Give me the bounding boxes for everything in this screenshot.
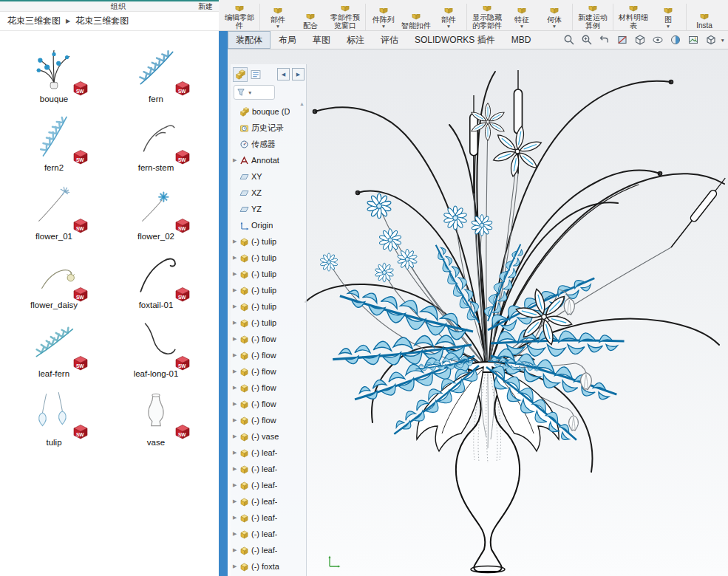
tree-item-component[interactable]: ▶ (-) foxta	[231, 558, 306, 575]
ribbon-mate-button[interactable]: 配合	[294, 14, 327, 30]
expand-arrow-icon[interactable]: ▶	[233, 336, 239, 342]
ribbon-assembly-features-button[interactable]: 特征 ▼	[506, 8, 538, 30]
hide-show-items-icon[interactable]	[652, 34, 664, 47]
panel-forward-button[interactable]: ▶	[292, 68, 305, 80]
ribbon-component-preview-button[interactable]: 零部件预览窗口	[327, 6, 364, 30]
tree-item-component[interactable]: ▶ (-) tulip	[231, 266, 306, 282]
tree-root-item[interactable]: bouque (D	[231, 103, 306, 120]
tree-item-component[interactable]: ▶ (-) leaf-	[231, 493, 306, 510]
tree-item-origin[interactable]: Origin	[231, 217, 306, 233]
dropdown-arrow-icon[interactable]: ▼	[520, 24, 524, 30]
tree-item-plane-yz[interactable]: YZ	[231, 201, 306, 217]
view-orientation-icon[interactable]	[705, 34, 718, 47]
tree-item-component[interactable]: ▶ (-) leaf-	[231, 445, 306, 461]
previous-view-icon[interactable]	[599, 34, 611, 47]
tree-item-sensors[interactable]: 传感器	[231, 136, 306, 152]
tree-item-component[interactable]: ▶ (-) tulip	[231, 233, 306, 250]
dropdown-arrow-icon[interactable]: ▼	[666, 24, 670, 30]
ribbon-show-hidden-components-button[interactable]: 显示隐藏的零部件	[469, 6, 506, 30]
ribbon-instant3d-button[interactable]: Insta	[688, 14, 721, 30]
tree-item-component[interactable]: ▶ (-) flow	[231, 363, 306, 380]
tree-item-component[interactable]: ▶ (-) leaf-	[231, 542, 306, 558]
tree-item-component[interactable]: ▶ (-) flow	[231, 412, 306, 428]
tab-sketch[interactable]: 草图	[305, 31, 339, 49]
file-item[interactable]: fern-stem	[108, 110, 204, 179]
file-item[interactable]: foxtail-01	[108, 247, 204, 316]
tree-item-component[interactable]: ▶ (-) tulip	[231, 250, 306, 266]
tree-item-annotations[interactable]: ▶ Annotat	[231, 152, 306, 168]
dropdown-arrow-icon[interactable]: ▼	[248, 90, 252, 95]
expand-arrow-icon[interactable]: ▶	[233, 271, 239, 277]
feature-tree-tab[interactable]	[234, 68, 247, 81]
scroll-up-icon[interactable]: ▲	[299, 101, 305, 106]
dropdown-arrow-icon[interactable]: ▼	[381, 24, 386, 30]
panel-back-button[interactable]: ◀	[277, 68, 290, 80]
file-item[interactable]: flower_02	[108, 179, 204, 247]
organize-menu[interactable]: 组织	[111, 1, 126, 12]
file-item[interactable]: leaf-fern	[6, 316, 102, 385]
breadcrumb-item[interactable]: 花束三维套图	[73, 13, 131, 29]
zoom-to-area-icon[interactable]	[581, 34, 593, 47]
expand-arrow-icon[interactable]: ▶	[233, 239, 239, 244]
tree-item-component[interactable]: ▶ (-) tulip	[231, 298, 306, 315]
expand-arrow-icon[interactable]: ▶	[233, 255, 239, 261]
tree-item-component[interactable]: ▶ (-) vase	[231, 428, 306, 445]
tree-item-component[interactable]: ▶ (-) tulip	[231, 315, 306, 331]
ribbon-bill-of-materials-button[interactable]: 材料明细表	[615, 6, 652, 30]
edit-appearance-icon[interactable]	[670, 34, 682, 47]
expand-arrow-icon[interactable]: ▶	[233, 157, 239, 163]
expand-arrow-icon[interactable]: ▶	[233, 563, 239, 569]
apply-scene-icon[interactable]	[687, 34, 700, 47]
dropdown-arrow-icon[interactable]: ▼	[276, 24, 280, 30]
tab-solidworks-addins[interactable]: SOLIDWORKS 插件	[406, 31, 503, 49]
tree-item-component[interactable]: ▶ (-) flow	[231, 380, 306, 396]
tree-item-component[interactable]: ▶ (-) flow	[231, 347, 306, 363]
ribbon-insert-component-button[interactable]: 部件 ▼	[262, 8, 294, 30]
tree-item-component[interactable]: ▶ (-) leaf-	[231, 526, 306, 542]
tree-item-component[interactable]: ▶ (-) flow	[231, 396, 306, 412]
tree-filter-field[interactable]: ▼	[234, 85, 275, 100]
expand-arrow-icon[interactable]: ▶	[233, 368, 239, 374]
zoom-to-fit-icon[interactable]	[563, 34, 576, 47]
expand-arrow-icon[interactable]: ▶	[233, 287, 239, 293]
tab-layout[interactable]: 布局	[271, 31, 305, 49]
expand-arrow-icon[interactable]: ▶	[233, 466, 239, 472]
section-view-icon[interactable]	[616, 34, 629, 47]
expand-arrow-icon[interactable]: ▶	[233, 401, 239, 407]
expand-arrow-icon[interactable]: ▶	[233, 433, 239, 439]
display-pane-tab[interactable]	[249, 68, 262, 81]
file-item[interactable]: vase	[108, 385, 204, 453]
file-item[interactable]: leaf-long-01	[108, 316, 204, 385]
expand-arrow-icon[interactable]: ▶	[233, 385, 239, 391]
tree-item-plane-xy[interactable]: XY	[231, 168, 306, 185]
expand-arrow-icon[interactable]: ▶	[233, 304, 239, 309]
file-item[interactable]: flower_daisy	[6, 247, 102, 316]
tree-item-history[interactable]: 历史记录	[231, 120, 306, 136]
expand-arrow-icon[interactable]: ▶	[233, 320, 239, 326]
expand-arrow-icon[interactable]: ▶	[233, 531, 239, 537]
tree-item-component[interactable]: ▶ (-) leaf-	[231, 510, 306, 526]
expand-arrow-icon[interactable]: ▶	[233, 482, 239, 488]
ribbon-move-component-button[interactable]: 部件 ▼	[432, 8, 465, 30]
expand-arrow-icon[interactable]: ▶	[233, 547, 239, 553]
ribbon-exploded-view-button[interactable]: 图 ▼	[652, 8, 684, 30]
display-style-icon[interactable]	[634, 34, 647, 47]
graphics-viewport[interactable]: ◀ ▶ ▼ ▲ bouque (D 历史记录 传感器	[228, 49, 728, 576]
ribbon-smart-fasteners-button[interactable]: 智能扣件	[400, 14, 432, 30]
file-item[interactable]: bouque	[6, 41, 102, 110]
tree-item-component[interactable]: ▶ (-) leaf-	[231, 461, 306, 477]
tree-item-plane-xz[interactable]: XZ	[231, 185, 306, 201]
tree-item-component[interactable]: ▶ (-) flow	[231, 331, 306, 347]
ribbon-new-motion-study-button[interactable]: 新建运动算例	[574, 6, 611, 30]
expand-arrow-icon[interactable]: ▶	[233, 515, 239, 521]
tab-mbd[interactable]: MBD	[503, 31, 540, 49]
expand-arrow-icon[interactable]: ▶	[233, 450, 239, 456]
tab-assembly[interactable]: 装配体	[228, 31, 271, 49]
expand-arrow-icon[interactable]: ▶	[233, 498, 239, 504]
tree-item-component[interactable]: ▶ (-) tulip	[231, 282, 306, 298]
new-menu[interactable]: 新建	[198, 1, 213, 12]
breadcrumb-item[interactable]: 花束三维套图	[5, 13, 63, 29]
expand-arrow-icon[interactable]: ▶	[233, 417, 239, 423]
tab-evaluate[interactable]: 评估	[372, 31, 406, 49]
tab-markup[interactable]: 标注	[339, 31, 372, 49]
